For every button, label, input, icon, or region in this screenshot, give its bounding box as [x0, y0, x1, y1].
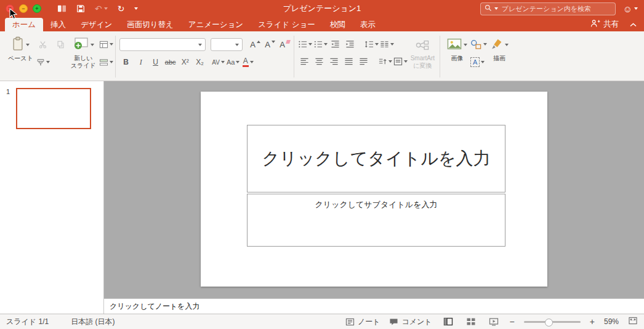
draw-button[interactable]: 描画: [487, 34, 512, 63]
layout-button[interactable]: [99, 38, 113, 50]
chevron-down-icon: [250, 61, 254, 63]
columns-button[interactable]: [380, 38, 394, 50]
traffic-lights: × − +: [6, 4, 41, 13]
eraser-icon: [286, 40, 291, 44]
text-box-button[interactable]: A: [470, 56, 485, 68]
search-box[interactable]: [480, 2, 616, 15]
format-painter-button[interactable]: [36, 56, 50, 68]
subtitle-placeholder[interactable]: クリックしてサブタイトルを入力: [247, 194, 505, 247]
font-name-select[interactable]: [119, 38, 206, 51]
bullets-button[interactable]: [298, 38, 312, 50]
undo-button[interactable]: ↶: [95, 4, 108, 13]
tab-slideshow[interactable]: スライド ショー: [251, 18, 323, 31]
chevron-down-icon: [308, 43, 312, 46]
character-spacing-button[interactable]: AV: [212, 56, 225, 68]
customize-toolbar-button[interactable]: [134, 7, 138, 10]
superscript-button[interactable]: X²: [179, 56, 192, 68]
zoom-level[interactable]: 59%: [604, 317, 619, 326]
justify-button[interactable]: [342, 55, 356, 68]
save-button[interactable]: [76, 4, 85, 13]
line-spacing-button[interactable]: [364, 38, 379, 50]
smartart-icon: [415, 40, 430, 50]
shrink-font-button[interactable]: A: [264, 39, 277, 51]
distribute-text-button[interactable]: [357, 55, 371, 68]
picture-button[interactable]: 画像: [444, 34, 470, 63]
tab-view[interactable]: 表示: [353, 18, 383, 31]
zoom-window-button[interactable]: +: [33, 4, 41, 13]
paste-button[interactable]: ペースト: [5, 34, 36, 63]
notes-toggle-button[interactable]: ノート: [345, 317, 380, 327]
align-center-button[interactable]: [313, 55, 326, 68]
close-button[interactable]: ×: [6, 4, 14, 13]
language-indicator[interactable]: 日本語 (日本): [71, 317, 115, 327]
vertical-align-icon: [393, 57, 403, 66]
fit-slide-button[interactable]: [628, 317, 638, 327]
slideshow-icon: [489, 317, 499, 326]
tab-review[interactable]: 校閲: [323, 18, 353, 31]
change-case-button[interactable]: Aa: [227, 56, 240, 68]
zoom-out-button[interactable]: −: [510, 317, 515, 326]
bullet-list-icon: [298, 40, 307, 49]
text-direction-icon: [378, 57, 387, 66]
copy-button[interactable]: [54, 38, 68, 50]
text-box-icon: A: [470, 57, 480, 67]
smartart-convert-button[interactable]: SmartArt に変換: [408, 34, 438, 79]
section-icon: [99, 58, 108, 66]
section-button[interactable]: [99, 56, 113, 68]
tab-insert[interactable]: 挿入: [43, 18, 73, 31]
zoom-in-button[interactable]: +: [590, 317, 595, 326]
tab-transitions[interactable]: 画面切り替え: [119, 18, 181, 31]
slide-thumbnail-panel: 1: [0, 81, 104, 314]
minimize-button[interactable]: −: [19, 4, 28, 13]
chevron-down-icon: [390, 43, 394, 46]
zoom-slider[interactable]: [524, 321, 581, 323]
chevron-down-icon: [481, 61, 485, 63]
insert-group: 画像 A: [444, 34, 512, 79]
font-size-select[interactable]: [211, 38, 243, 51]
tab-design[interactable]: デザイン: [73, 18, 119, 31]
chevron-down-icon: [324, 43, 328, 46]
strikethrough-button[interactable]: abc: [164, 56, 177, 68]
search-input[interactable]: [501, 4, 611, 13]
italic-button[interactable]: I: [134, 56, 148, 68]
increase-indent-button[interactable]: [344, 38, 357, 50]
comments-toggle-button[interactable]: コメント: [389, 317, 432, 327]
share-button[interactable]: 共有: [590, 19, 619, 30]
chevron-down-icon: [26, 44, 30, 46]
subscript-button[interactable]: X₂: [193, 56, 207, 68]
grow-font-button[interactable]: A: [249, 39, 262, 51]
slide-sorter-view-button[interactable]: [464, 316, 478, 327]
new-slide-button[interactable]: 新しい スライド: [68, 34, 99, 71]
underline-button[interactable]: U: [149, 56, 163, 68]
text-direction-button[interactable]: [378, 55, 392, 68]
outdent-icon: [331, 40, 340, 49]
align-right-button[interactable]: [328, 55, 341, 68]
align-center-icon: [315, 57, 324, 66]
slideshow-view-button[interactable]: [487, 316, 501, 327]
zoom-slider-thumb[interactable]: [545, 319, 553, 327]
numbering-button[interactable]: [313, 38, 328, 50]
bold-button[interactable]: B: [119, 56, 133, 68]
redo-button[interactable]: ↻: [118, 4, 125, 13]
collapse-ribbon-button[interactable]: [630, 20, 637, 29]
slide-thumbnail[interactable]: [16, 88, 91, 129]
line-spacing-icon: [364, 40, 374, 49]
paintbrush-icon: [490, 38, 503, 52]
tab-home[interactable]: ホーム: [5, 18, 43, 31]
app-grid-icon[interactable]: [57, 4, 66, 13]
decrease-indent-button[interactable]: [329, 38, 342, 50]
shapes-button[interactable]: [470, 38, 487, 50]
feedback-smiley-button[interactable]: ☺: [623, 4, 638, 14]
font-color-button[interactable]: A: [241, 56, 255, 68]
clear-formatting-button[interactable]: A: [278, 39, 292, 51]
align-left-button[interactable]: [298, 55, 312, 68]
cut-button[interactable]: [36, 38, 50, 50]
notes-pane[interactable]: クリックしてノートを入力: [104, 298, 644, 314]
columns-icon: [380, 40, 389, 49]
title-placeholder[interactable]: クリックしてタイトルを入力: [247, 125, 505, 192]
align-text-vertical-button[interactable]: [393, 55, 408, 68]
search-icon: [485, 3, 492, 14]
normal-view-button[interactable]: [441, 316, 455, 327]
tab-animations[interactable]: アニメーション: [181, 18, 251, 31]
slide-counter: スライド 1/1: [6, 317, 49, 327]
